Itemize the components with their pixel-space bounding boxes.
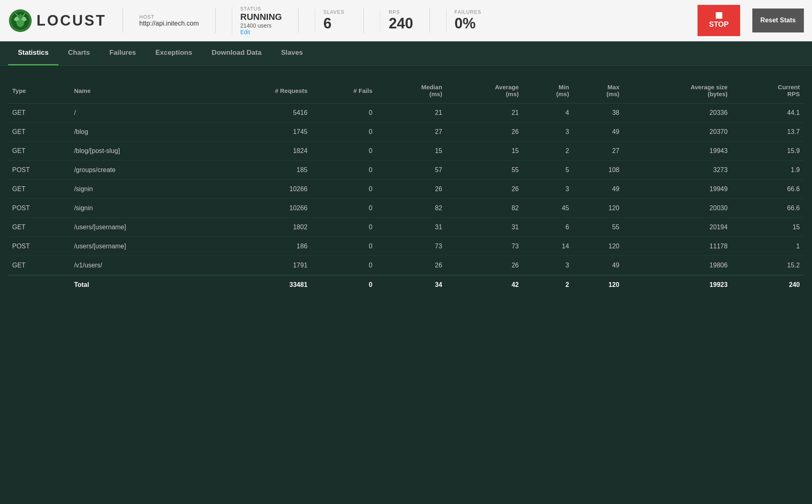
- cell-rps: 1.9: [732, 161, 804, 180]
- cell-rps: 15.2: [732, 256, 804, 276]
- cell-fails: 0: [311, 142, 376, 161]
- cell-average: 82: [446, 199, 523, 218]
- status-running: RUNNING: [240, 12, 282, 22]
- table-row: GET / 5416 0 21 21 4 38 20336 44.1: [8, 103, 804, 123]
- rps-block: RPS 240: [380, 9, 413, 32]
- col-requests: # Requests: [214, 78, 311, 103]
- cell-average: 26: [446, 180, 523, 199]
- cell-max: 49: [573, 256, 624, 276]
- cell-median: 27: [376, 123, 446, 142]
- total-min: 2: [523, 275, 573, 294]
- cell-average: 26: [446, 123, 523, 142]
- reset-stats-button[interactable]: Reset Stats: [752, 9, 804, 32]
- cell-median: 26: [376, 256, 446, 276]
- cell-median: 26: [376, 180, 446, 199]
- total-fails: 0: [311, 275, 376, 294]
- total-requests: 33481: [214, 275, 311, 294]
- col-max: Max(ms): [573, 78, 624, 103]
- cell-median: 31: [376, 218, 446, 237]
- cell-average: 15: [446, 142, 523, 161]
- cell-requests: 5416: [214, 103, 311, 123]
- main-content: Type Name # Requests # Fails Median(ms) …: [0, 66, 812, 302]
- cell-name: /blog/[post-slug]: [70, 142, 214, 161]
- failures-label: FAILURES: [455, 9, 482, 15]
- cell-avg-size: 11178: [624, 237, 732, 256]
- col-fails: # Fails: [311, 78, 376, 103]
- col-type: Type: [8, 78, 70, 103]
- cell-min: 4: [523, 103, 573, 123]
- header-divider-2: [215, 9, 216, 33]
- cell-type: GET: [8, 123, 70, 142]
- col-rps: CurrentRPS: [732, 78, 804, 103]
- cell-requests: 1824: [214, 142, 311, 161]
- table-row: GET /v1/users/ 1791 0 26 26 3 49 19806 1…: [8, 256, 804, 276]
- cell-max: 38: [573, 103, 624, 123]
- cell-rps: 15.9: [732, 142, 804, 161]
- header-divider-5: [430, 9, 430, 33]
- cell-rps: 15: [732, 218, 804, 237]
- cell-max: 49: [573, 123, 624, 142]
- cell-rps: 44.1: [732, 103, 804, 123]
- rps-value: 240: [389, 15, 413, 32]
- cell-type: GET: [8, 256, 70, 276]
- total-rps: 240: [732, 275, 804, 294]
- cell-min: 3: [523, 180, 573, 199]
- cell-fails: 0: [311, 256, 376, 276]
- status-block: STATUS RUNNING 21400 users Edit: [232, 6, 282, 35]
- cell-min: 6: [523, 218, 573, 237]
- cell-avg-size: 3273: [624, 161, 732, 180]
- col-min: Min(ms): [523, 78, 573, 103]
- tab-download-data[interactable]: Download Data: [202, 41, 271, 65]
- status-users: 21400 users: [240, 22, 282, 29]
- col-name: Name: [70, 78, 214, 103]
- cell-type: POST: [8, 199, 70, 218]
- cell-fails: 0: [311, 161, 376, 180]
- header-divider-3: [298, 9, 298, 33]
- cell-fails: 0: [311, 123, 376, 142]
- cell-average: 26: [446, 256, 523, 276]
- slaves-block: SLAVES 6: [315, 9, 347, 32]
- cell-max: 108: [573, 161, 624, 180]
- cell-fails: 0: [311, 218, 376, 237]
- cell-average: 31: [446, 218, 523, 237]
- table-row: POST /groups/create 185 0 57 55 5 108 32…: [8, 161, 804, 180]
- host-value: http://api.initech.com: [139, 20, 199, 27]
- cell-median: 73: [376, 237, 446, 256]
- edit-link[interactable]: Edit: [240, 29, 282, 35]
- cell-name: /v1/users/: [70, 256, 214, 276]
- cell-median: 21: [376, 103, 446, 123]
- cell-rps: 13.7: [732, 123, 804, 142]
- table-header-row: Type Name # Requests # Fails Median(ms) …: [8, 78, 804, 103]
- cell-type: GET: [8, 142, 70, 161]
- tab-exceptions[interactable]: Exceptions: [146, 41, 202, 65]
- cell-avg-size: 19806: [624, 256, 732, 276]
- tab-statistics[interactable]: Statistics: [8, 41, 58, 65]
- cell-avg-size: 19949: [624, 180, 732, 199]
- stop-button[interactable]: STOP: [698, 5, 740, 36]
- header: LOCUST HOST http://api.initech.com STATU…: [0, 0, 812, 41]
- total-avg-size: 19923: [624, 275, 732, 294]
- cell-median: 57: [376, 161, 446, 180]
- tab-slaves[interactable]: Slaves: [271, 41, 313, 65]
- tab-charts[interactable]: Charts: [58, 41, 100, 65]
- cell-max: 27: [573, 142, 624, 161]
- header-divider-1: [123, 9, 123, 33]
- total-label: Total: [70, 275, 214, 294]
- cell-avg-size: 20194: [624, 218, 732, 237]
- total-type: [8, 275, 70, 294]
- cell-fails: 0: [311, 237, 376, 256]
- cell-name: /blog: [70, 123, 214, 142]
- cell-avg-size: 20336: [624, 103, 732, 123]
- cell-name: /users/[username]: [70, 218, 214, 237]
- table-row: POST /signin 10266 0 82 82 45 120 20030 …: [8, 199, 804, 218]
- cell-average: 21: [446, 103, 523, 123]
- nav-tabs: Statistics Charts Failures Exceptions Do…: [0, 41, 812, 66]
- cell-type: GET: [8, 218, 70, 237]
- failures-value: 0%: [455, 15, 482, 32]
- cell-name: /groups/create: [70, 161, 214, 180]
- cell-requests: 1745: [214, 123, 311, 142]
- tab-failures[interactable]: Failures: [99, 41, 145, 65]
- host-block: HOST http://api.initech.com: [139, 14, 199, 27]
- cell-name: /users/[username]: [70, 237, 214, 256]
- logo-area: LOCUST: [8, 9, 106, 33]
